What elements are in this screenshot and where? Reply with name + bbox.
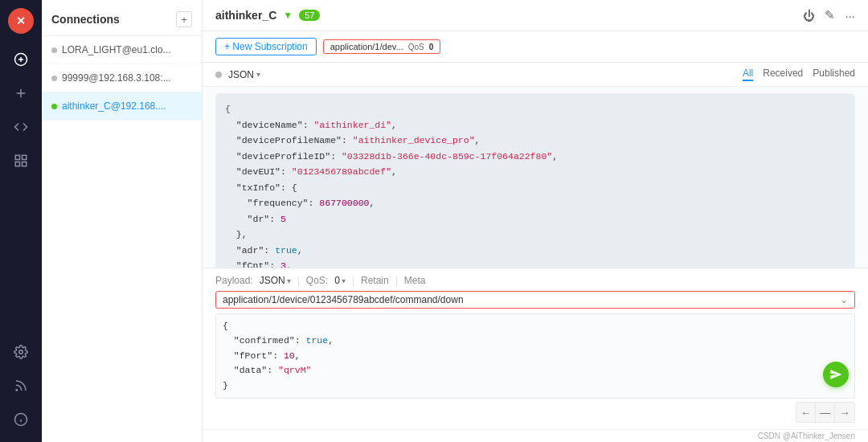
content-area: JSON ▾ All Received Published { "deviceN… bbox=[203, 63, 868, 429]
expand-icon[interactable]: ⌄ bbox=[840, 294, 848, 305]
topic-input-row: ⌄ bbox=[215, 291, 855, 309]
filter-tabs: All Received Published bbox=[743, 68, 855, 81]
connection-name: aithinker_C bbox=[215, 9, 276, 22]
main-area: aithinker_C ▼ 57 ⏻ ✎ ··· + New Subscript… bbox=[203, 0, 868, 442]
payload-editor[interactable]: { "confirmed": true, "fPort": 10, "data"… bbox=[215, 313, 855, 399]
format-label: JSON bbox=[228, 69, 254, 80]
edit-icon[interactable]: ✎ bbox=[825, 8, 835, 23]
topbar-left: aithinker_C ▼ 57 bbox=[215, 9, 320, 22]
svg-rect-4 bbox=[23, 155, 27, 159]
filter-bar: JSON ▾ All Received Published bbox=[203, 63, 868, 87]
tab-all[interactable]: All bbox=[743, 68, 753, 81]
retain-label: Retain bbox=[361, 275, 389, 286]
footer-credit: CSDN @AiThinker_Jensen bbox=[203, 429, 868, 442]
svg-rect-5 bbox=[15, 162, 19, 166]
payload-format-selector[interactable]: JSON ▾ bbox=[260, 275, 291, 286]
icon-bar: ✕ bbox=[0, 0, 42, 442]
svg-point-7 bbox=[19, 350, 23, 354]
qos-value: 0 bbox=[429, 43, 434, 51]
sidebar-item-lora[interactable]: LORA_LIGHT@eu1.clo... bbox=[42, 36, 202, 64]
clear-button[interactable]: — bbox=[816, 403, 835, 422]
payload-format-chevron-icon: ▾ bbox=[287, 276, 291, 285]
format-selector[interactable]: JSON ▾ bbox=[228, 69, 260, 80]
sub-topic-label: application/1/dev... bbox=[330, 42, 403, 51]
qos-publish-label: QoS: bbox=[306, 275, 328, 286]
message-count-badge: 57 bbox=[299, 10, 320, 21]
topbar-right: ⏻ ✎ ··· bbox=[803, 8, 855, 23]
sidebar-header: Connections + bbox=[42, 0, 202, 36]
publish-controls: Payload: JSON ▾ | QoS: 0 ▾ | Retain | Me… bbox=[215, 275, 855, 286]
sidebar: Connections + LORA_LIGHT@eu1.clo... 9999… bbox=[42, 0, 203, 442]
qos-pub-value: 0 bbox=[334, 275, 340, 286]
more-icon[interactable]: ··· bbox=[845, 9, 855, 23]
qos-chevron-icon: ▾ bbox=[342, 276, 346, 285]
nav-settings[interactable] bbox=[6, 338, 35, 366]
status-dot-aithinker bbox=[51, 104, 57, 109]
meta-label: Meta bbox=[404, 275, 426, 286]
nav-rss[interactable] bbox=[6, 371, 35, 400]
new-subscription-button[interactable]: + New Subscription bbox=[215, 38, 317, 55]
sidebar-item-aithinker[interactable]: aithinker_C@192.168.... bbox=[42, 92, 202, 121]
format-chevron-icon: ▾ bbox=[256, 70, 260, 79]
topbar: aithinker_C ▼ 57 ⏻ ✎ ··· bbox=[203, 0, 868, 31]
svg-point-8 bbox=[16, 390, 18, 391]
publish-bar: Payload: JSON ▾ | QoS: 0 ▾ | Retain | Me… bbox=[203, 268, 868, 429]
power-icon[interactable]: ⏻ bbox=[803, 9, 815, 23]
sidebar-item-label-local: 99999@192.168.3.108:... bbox=[62, 72, 171, 84]
nav-code[interactable] bbox=[6, 113, 35, 141]
send-button-group: ← — → bbox=[796, 402, 855, 423]
nav-grid[interactable] bbox=[6, 146, 35, 175]
forward-button[interactable]: → bbox=[835, 403, 854, 422]
add-connection-button[interactable]: + bbox=[176, 11, 192, 27]
status-arrow-icon: ▼ bbox=[283, 10, 293, 21]
payload-format-label: JSON bbox=[260, 275, 285, 286]
tab-received[interactable]: Received bbox=[763, 68, 803, 81]
sidebar-title: Connections bbox=[51, 13, 120, 26]
back-button[interactable]: ← bbox=[796, 403, 816, 422]
status-dot-local bbox=[51, 76, 57, 81]
nav-plus[interactable] bbox=[6, 79, 35, 108]
online-status-dot bbox=[215, 72, 222, 78]
qos-label: QoS bbox=[408, 43, 424, 51]
nav-connections[interactable] bbox=[6, 45, 35, 74]
payload-label: Payload: bbox=[215, 275, 253, 286]
app-logo[interactable]: ✕ bbox=[8, 8, 34, 34]
credit-text: CSDN @AiThinker_Jensen bbox=[758, 432, 855, 440]
send-button[interactable] bbox=[823, 362, 849, 387]
nav-info[interactable] bbox=[6, 405, 35, 434]
tab-published[interactable]: Published bbox=[813, 68, 855, 81]
svg-rect-3 bbox=[15, 155, 19, 159]
sidebar-item-label-aithinker: aithinker_C@192.168.... bbox=[62, 100, 166, 112]
message-item: { "deviceName": "aithinker_di", "deviceP… bbox=[215, 93, 855, 268]
sidebar-item-local[interactable]: 99999@192.168.3.108:... bbox=[42, 64, 202, 92]
status-dot-lora bbox=[51, 47, 57, 53]
sidebar-item-label-lora: LORA_LIGHT@eu1.clo... bbox=[62, 44, 171, 55]
topic-input[interactable] bbox=[223, 294, 840, 305]
message-list[interactable]: { "deviceName": "aithinker_di", "deviceP… bbox=[203, 87, 868, 268]
svg-rect-6 bbox=[23, 162, 27, 166]
subscription-item[interactable]: application/1/dev... QoS 0 bbox=[323, 39, 441, 54]
qos-selector[interactable]: 0 ▾ bbox=[334, 275, 346, 286]
send-controls: ← — → bbox=[215, 402, 855, 423]
subscription-bar: + New Subscription application/1/dev... … bbox=[203, 31, 868, 63]
